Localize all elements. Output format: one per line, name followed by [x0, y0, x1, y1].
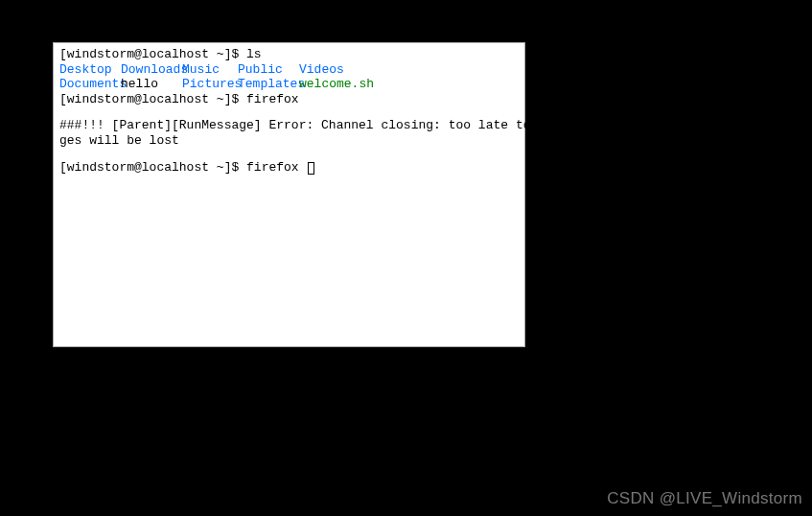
blank-line	[59, 149, 519, 160]
terminal-window[interactable]: [windstorm@localhost ~]$ ls Desktop Down…	[53, 42, 525, 347]
ls-output-row: Desktop Downloads Music Public Videos	[59, 62, 519, 78]
command-firefox: firefox	[246, 92, 299, 106]
command-firefox: firefox	[246, 160, 306, 175]
shell-prompt: [windstorm@localhost ~]$	[59, 92, 246, 106]
blank-line	[59, 106, 519, 118]
ls-item: Documents	[59, 77, 121, 92]
prompt-line-firefox: [windstorm@localhost ~]$ firefox	[59, 92, 519, 107]
shell-prompt: [windstorm@localhost ~]$	[59, 160, 246, 175]
prompt-line-active[interactable]: [windstorm@localhost ~]$ firefox	[59, 160, 519, 176]
ls-item: hello	[121, 77, 182, 92]
prompt-line-ls: [windstorm@localhost ~]$ ls	[59, 47, 519, 62]
ls-item: Templates	[238, 77, 299, 92]
ls-item: Music	[182, 62, 238, 78]
ls-item: Pictures	[182, 77, 238, 92]
ls-item: Desktop	[59, 62, 121, 78]
ls-item: Videos	[299, 62, 344, 78]
command-ls: ls	[246, 47, 262, 61]
watermark-text: CSDN @LIVE_Windstorm	[607, 489, 802, 508]
ls-item: welcome.sh	[299, 77, 374, 92]
error-output: ges will be lost	[59, 133, 519, 149]
error-output: ###!!! [Parent][RunMessage] Error: Chann…	[59, 118, 519, 133]
shell-prompt: [windstorm@localhost ~]$	[59, 47, 246, 61]
ls-item: Downloads	[121, 62, 182, 78]
ls-item: Public	[238, 62, 299, 78]
cursor-icon	[308, 162, 314, 175]
ls-output-row: Documents hello Pictures Templates welco…	[59, 77, 519, 92]
